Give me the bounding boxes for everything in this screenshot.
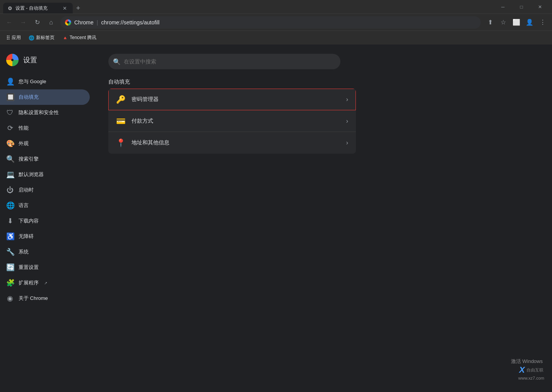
active-tab[interactable]: ⚙ 设置 - 自动填充 ✕	[3, 3, 73, 14]
search-icon: 🔍	[6, 155, 14, 163]
settings-title: 设置	[23, 55, 37, 65]
sidebar-item-privacy[interactable]: 🛡 隐私设置和安全性	[0, 105, 90, 120]
sidebar-item-search[interactable]: 🔍 搜索引擎	[0, 151, 90, 167]
watermark-brand-text: 自由互联	[526, 367, 543, 373]
search-icon: 🔍	[113, 58, 121, 65]
profile-button[interactable]: 👤	[523, 16, 536, 29]
reset-icon: 🔄	[6, 263, 14, 272]
chrome-logo-icon	[65, 19, 71, 26]
url-chrome-label: Chrome	[74, 19, 94, 26]
sidebar-item-autofill[interactable]: 🔲 自动填充	[0, 89, 90, 105]
sidebar-item-performance[interactable]: ⟳ 性能	[0, 120, 90, 136]
apps-label: 应用	[12, 34, 21, 41]
sidebar-item-language[interactable]: 🌐 语言	[0, 198, 90, 213]
download-icon: ⬇	[6, 217, 14, 225]
url-actions: ⬆ ☆ ⬜ 👤 ⋮	[484, 16, 549, 29]
watermark-url: www.xz7.com	[518, 376, 544, 380]
tencent-icon: 🔺	[62, 35, 68, 41]
sidebar-item-reset-label: 重置设置	[19, 264, 39, 271]
maximize-button[interactable]: □	[513, 0, 530, 14]
sidebar-item-appearance-label: 外观	[19, 140, 29, 147]
url-separator: |	[97, 19, 98, 26]
menu-button[interactable]: ⋮	[537, 16, 549, 29]
address-item[interactable]: 📍 地址和其他信息 ›	[108, 132, 356, 154]
sidebar-item-reset[interactable]: 🔄 重置设置	[0, 260, 90, 275]
window-controls: ─ □ ✕	[494, 0, 549, 14]
password-manager-label: 密码管理器	[132, 96, 346, 103]
new-tab-button[interactable]: +	[73, 3, 84, 14]
url-text: chrome://settings/autofill	[101, 19, 159, 26]
main-content: 设置 👤 您与 Google 🔲 自动填充 🛡 隐私设置和安全性 ⟳ 性能 🎨 …	[0, 45, 552, 392]
sidebar-item-google[interactable]: 👤 您与 Google	[0, 74, 90, 89]
browser-icon: 💻	[6, 170, 14, 179]
startup-icon: ⏻	[6, 186, 14, 194]
new-tab-label: 新标签页	[36, 34, 55, 41]
system-icon: 🔧	[6, 248, 14, 256]
payment-methods-label: 付款方式	[132, 118, 346, 125]
minimize-button[interactable]: ─	[494, 0, 512, 14]
sidebar-item-download[interactable]: ⬇ 下载内容	[0, 213, 90, 229]
tab-bar: ⚙ 设置 - 自动填充 ✕ +	[3, 0, 494, 14]
apps-bookmark[interactable]: ⠿ 应用	[3, 33, 24, 43]
url-bar[interactable]: Chrome | chrome://settings/autofill	[60, 16, 481, 29]
search-container: 🔍	[108, 54, 340, 69]
sidebar-item-extensions[interactable]: 🧩 扩展程序 ↗	[0, 275, 90, 291]
sidebar-item-system-label: 系统	[19, 248, 29, 255]
payment-methods-item[interactable]: 💳 付款方式 ›	[108, 110, 356, 132]
address-arrow-icon: ›	[346, 139, 348, 146]
performance-icon: ⟳	[6, 124, 14, 132]
home-button[interactable]: ⌂	[45, 16, 57, 29]
extensions-icon: 🧩	[6, 279, 14, 287]
sidebar: 设置 👤 您与 Google 🔲 自动填充 🛡 隐私设置和安全性 ⟳ 性能 🎨 …	[0, 45, 93, 392]
sidebar-item-download-label: 下载内容	[19, 217, 39, 224]
settings-search-input[interactable]	[108, 54, 340, 69]
sidebar-item-about[interactable]: ◉ 关于 Chrome	[0, 291, 90, 306]
reload-button[interactable]: ↻	[31, 16, 43, 29]
sidebar-item-google-label: 您与 Google	[19, 78, 46, 85]
sidebar-item-accessibility[interactable]: ♿ 无障碍	[0, 229, 90, 244]
sidebar-item-privacy-label: 隐私设置和安全性	[19, 109, 59, 116]
search-box-wrap: 🔍	[108, 54, 537, 69]
sidebar-item-performance-label: 性能	[19, 125, 29, 132]
split-screen-button[interactable]: ⬜	[510, 16, 523, 29]
credit-card-icon: 💳	[116, 116, 125, 126]
sidebar-item-startup-label: 启动时	[19, 187, 34, 193]
activate-windows-text: 激活 Windows	[511, 358, 543, 365]
autofill-list: 🔑 密码管理器 › 💳 付款方式 › 📍 地址和其他信息 ›	[108, 89, 356, 154]
sidebar-item-about-label: 关于 Chrome	[19, 295, 48, 302]
titlebar: ⚙ 设置 - 自动填充 ✕ + ─ □ ✕	[0, 0, 552, 14]
tab-gear-icon: ⚙	[8, 5, 12, 11]
x-logo-icon: X	[519, 365, 525, 375]
password-arrow-icon: ›	[346, 96, 348, 103]
key-icon: 🔑	[116, 95, 125, 104]
autofill-section-title: 自动填充	[108, 79, 537, 86]
forward-button[interactable]: →	[17, 16, 29, 29]
location-icon: 📍	[116, 138, 125, 147]
sidebar-item-system[interactable]: 🔧 系统	[0, 244, 90, 260]
sidebar-item-browser[interactable]: 💻 默认浏览器	[0, 167, 90, 182]
address-bar: ← → ↻ ⌂ Chrome | chrome://settings/autof…	[0, 14, 552, 31]
watermark-logo: X 自由互联	[518, 365, 544, 375]
back-button[interactable]: ←	[3, 16, 15, 29]
watermark: X 自由互联 www.xz7.com	[518, 365, 544, 380]
sidebar-item-appearance[interactable]: 🎨 外观	[0, 136, 90, 151]
window-close-button[interactable]: ✕	[531, 0, 549, 14]
language-icon: 🌐	[6, 201, 14, 210]
sidebar-item-language-label: 语言	[19, 202, 29, 209]
about-icon: ◉	[6, 294, 14, 303]
sidebar-item-browser-label: 默认浏览器	[19, 171, 44, 178]
new-tab-bookmark[interactable]: 🌐 新标签页	[26, 33, 58, 43]
sidebar-item-autofill-label: 自动填充	[19, 94, 39, 101]
tencent-bookmark[interactable]: 🔺 Tencent 腾讯	[59, 33, 99, 43]
sidebar-item-startup[interactable]: ⏻ 启动时	[0, 182, 90, 198]
bookmark-button[interactable]: ☆	[497, 16, 509, 29]
password-manager-item[interactable]: 🔑 密码管理器 ›	[108, 89, 356, 110]
tab-label: 设置 - 自动填充	[15, 5, 48, 12]
new-tab-icon: 🌐	[29, 35, 34, 41]
sidebar-item-accessibility-label: 无障碍	[19, 233, 34, 240]
user-icon: 👤	[6, 77, 14, 86]
tab-close-button[interactable]: ✕	[61, 5, 68, 12]
share-button[interactable]: ⬆	[484, 16, 496, 29]
address-label: 地址和其他信息	[132, 139, 346, 146]
autofill-icon: 🔲	[6, 93, 14, 101]
